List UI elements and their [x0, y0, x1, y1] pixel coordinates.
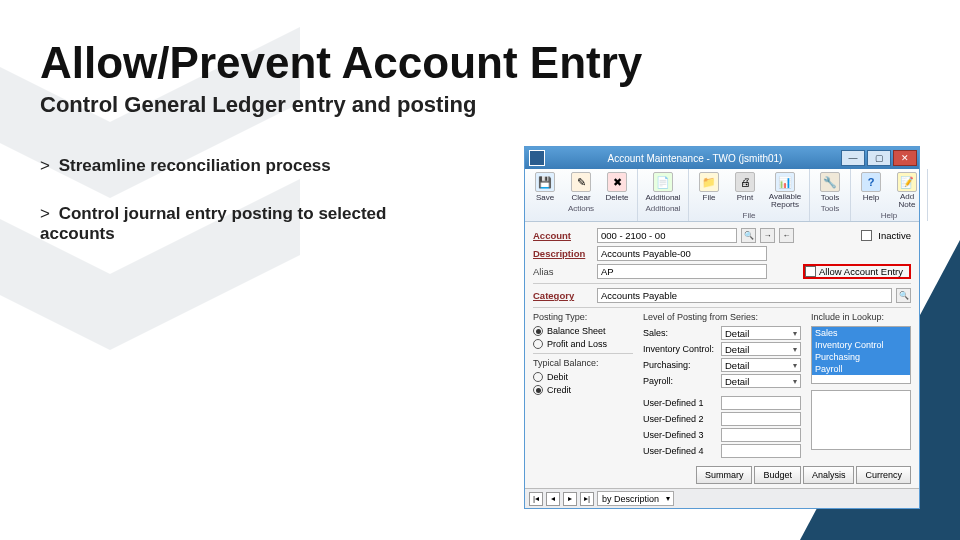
file-icon: 📁: [699, 172, 719, 192]
profit-loss-radio[interactable]: Profit and Loss: [533, 339, 633, 349]
purchasing-level-select[interactable]: Detail: [721, 358, 801, 372]
print-icon: 🖨: [735, 172, 755, 192]
ribbon-group-label: Actions: [568, 204, 594, 213]
category-field[interactable]: Accounts Payable: [597, 288, 892, 303]
list-item[interactable]: Inventory Control: [812, 339, 910, 351]
inventory-level-select[interactable]: Detail: [721, 342, 801, 356]
description-label: Description: [533, 248, 593, 259]
bullet-1: > Streamline reconciliation process: [40, 156, 440, 176]
tools-icon: 🔧: [820, 172, 840, 192]
reports-icon: 📊: [775, 172, 795, 192]
lookup-icon[interactable]: 🔍: [896, 288, 911, 303]
sales-level-select[interactable]: Detail: [721, 326, 801, 340]
budget-button[interactable]: Budget: [754, 466, 801, 484]
posting-type-header: Posting Type:: [533, 312, 633, 322]
lookup-icon[interactable]: 🔍: [741, 228, 756, 243]
maximize-button[interactable]: ▢: [867, 150, 891, 166]
account-field[interactable]: 000 - 2100 - 00: [597, 228, 737, 243]
sort-dropdown[interactable]: by Description: [597, 491, 674, 506]
slide-title: Allow/Prevent Account Entry: [40, 40, 920, 86]
nav-last-button[interactable]: ▸|: [580, 492, 594, 506]
account-maintenance-window: Account Maintenance - TWO (jsmith01) — ▢…: [524, 146, 920, 509]
bullet-text: Control journal entry posting to selecte…: [40, 204, 386, 243]
close-button[interactable]: ✕: [893, 150, 917, 166]
nav-next-button[interactable]: ▸: [563, 492, 577, 506]
chevron-icon: >: [40, 204, 50, 223]
list-item[interactable]: Payroll: [812, 363, 910, 375]
window-title: Account Maintenance - TWO (jsmith01): [549, 153, 841, 164]
list-item[interactable]: Sales: [812, 327, 910, 339]
nav-first-button[interactable]: |◂: [529, 492, 543, 506]
note-icon: 📝: [897, 172, 917, 192]
debit-radio[interactable]: Debit: [533, 372, 633, 382]
summary-button[interactable]: Summary: [696, 466, 753, 484]
clear-button[interactable]: ✎Clear: [565, 172, 597, 202]
print-button[interactable]: 🖨Print: [729, 172, 761, 209]
inactive-label: Inactive: [878, 230, 911, 241]
description-field[interactable]: Accounts Payable-00: [597, 246, 767, 261]
chevron-icon: >: [40, 156, 50, 175]
analysis-button[interactable]: Analysis: [803, 466, 855, 484]
user-defined-2-field[interactable]: [721, 412, 801, 426]
alias-field[interactable]: AP: [597, 264, 767, 279]
account-label: Account: [533, 230, 593, 241]
save-button[interactable]: 💾Save: [529, 172, 561, 202]
ribbon-group-label: Tools: [821, 204, 840, 213]
include-lookup-listbox[interactable]: Sales Inventory Control Purchasing Payro…: [811, 326, 911, 384]
currency-button[interactable]: Currency: [856, 466, 911, 484]
help-button[interactable]: ?Help: [855, 172, 887, 209]
user-defined-1-field[interactable]: [721, 396, 801, 410]
record-navigator: |◂ ◂ ▸ ▸| by Description: [525, 488, 919, 508]
save-icon: 💾: [535, 172, 555, 192]
level-posting-header: Level of Posting from Series:: [643, 312, 801, 322]
ribbon-group-label: Additional: [645, 204, 680, 213]
minimize-button[interactable]: —: [841, 150, 865, 166]
credit-radio[interactable]: Credit: [533, 385, 633, 395]
window-titlebar: Account Maintenance - TWO (jsmith01) — ▢…: [525, 147, 919, 169]
inactive-checkbox[interactable]: [861, 230, 872, 241]
user-defined-4-field[interactable]: [721, 444, 801, 458]
bullet-text: Streamline reconciliation process: [59, 156, 331, 175]
ribbon-group-label: Help: [881, 211, 897, 220]
secondary-listbox[interactable]: [811, 390, 911, 450]
category-label: Category: [533, 290, 593, 301]
ribbon-group-label: File: [743, 211, 756, 220]
additional-button[interactable]: 📄Additional: [642, 172, 684, 202]
balance-sheet-radio[interactable]: Balance Sheet: [533, 326, 633, 336]
additional-icon: 📄: [653, 172, 673, 192]
slide-subtitle: Control General Ledger entry and posting: [40, 92, 920, 118]
allow-account-entry-label: Allow Account Entry: [819, 266, 903, 277]
typical-balance-header: Typical Balance:: [533, 358, 633, 368]
nav-prev-button[interactable]: ◂: [546, 492, 560, 506]
file-button[interactable]: 📁File: [693, 172, 725, 209]
delete-button[interactable]: ✖Delete: [601, 172, 633, 202]
help-icon: ?: [861, 172, 881, 192]
add-note-button[interactable]: 📝Add Note: [891, 172, 923, 209]
delete-icon: ✖: [607, 172, 627, 192]
app-icon: [529, 150, 545, 166]
include-lookup-header: Include in Lookup:: [811, 312, 911, 322]
payroll-level-select[interactable]: Detail: [721, 374, 801, 388]
user-defined-3-field[interactable]: [721, 428, 801, 442]
list-item[interactable]: Purchasing: [812, 351, 910, 363]
allow-account-entry-checkbox[interactable]: [805, 266, 816, 277]
ribbon-toolbar: 💾Save ✎Clear ✖Delete Actions 📄Additional…: [525, 169, 919, 222]
tools-button[interactable]: 🔧Tools: [814, 172, 846, 202]
allow-account-entry-highlight: Allow Account Entry: [803, 264, 911, 279]
clear-icon: ✎: [571, 172, 591, 192]
expand-icon[interactable]: →: [760, 228, 775, 243]
bullet-2: > Control journal entry posting to selec…: [40, 204, 440, 244]
collapse-icon[interactable]: ←: [779, 228, 794, 243]
reports-button[interactable]: 📊Available Reports: [765, 172, 805, 209]
alias-label: Alias: [533, 266, 593, 277]
